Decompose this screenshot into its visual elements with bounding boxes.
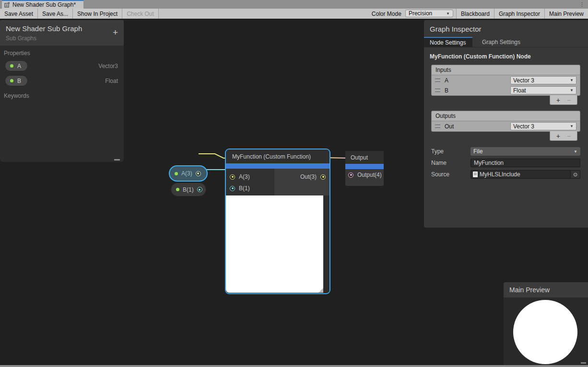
graph-inspector-panel[interactable]: Graph Inspector Node Settings Graph Sett…: [424, 20, 588, 228]
check-out-button: Check Out: [122, 9, 159, 19]
window-bottom-edge: [0, 365, 588, 367]
myfunction-output-label: Out(3): [300, 173, 317, 180]
inspector-tabs: Node Settings Graph Settings: [424, 37, 588, 47]
exposed-dot-icon: [10, 64, 13, 68]
drag-handle-icon[interactable]: [435, 89, 440, 92]
property-node-a[interactable]: A(3): [169, 165, 208, 182]
myfunction-node[interactable]: MyFunction (Custom Function) A(3) B(1) O…: [226, 149, 329, 293]
myfunction-preview-area: [226, 195, 329, 293]
name-field-row: Name MyFunction: [424, 157, 588, 169]
add-input-button[interactable]: +: [556, 96, 560, 104]
inputs-list: Inputs A Vector 3 ▼ B Float ▼: [431, 65, 580, 96]
inputs-list-footer: + −: [550, 95, 577, 105]
output-node-input-label: Output(4): [357, 172, 382, 178]
myfunction-input-port-b[interactable]: [230, 186, 235, 191]
drag-handle-icon[interactable]: [435, 125, 440, 128]
remove-input-button[interactable]: −: [567, 96, 571, 104]
blackboard-resize-handle[interactable]: [114, 159, 120, 161]
show-in-project-button[interactable]: Show In Project: [73, 9, 122, 19]
myfunction-node-title[interactable]: MyFunction (Custom Function): [226, 149, 329, 163]
tab-node-settings[interactable]: Node Settings: [424, 37, 472, 47]
property-b-output-port[interactable]: [197, 187, 202, 192]
type-dropdown[interactable]: File ▼: [470, 147, 580, 156]
blackboard-title: New Shader Sub Graph: [6, 24, 118, 33]
main-preview-resize-handle[interactable]: [581, 362, 586, 364]
myfunction-output-port[interactable]: [320, 174, 326, 180]
remove-output-button[interactable]: −: [567, 132, 571, 140]
type-field-row: Type File ▼: [424, 146, 588, 157]
tab-shader-sub-graph[interactable]: New Shader Sub Graph*: [2, 0, 83, 9]
function-name-input[interactable]: MyFunction: [470, 159, 580, 167]
preview-collapse-handle[interactable]: [318, 288, 323, 293]
myfunction-input-label-a: A(3): [239, 173, 250, 180]
outputs-list-footer: + −: [550, 131, 577, 141]
input-b-type-dropdown[interactable]: Float ▼: [510, 86, 576, 94]
main-preview-toggle-button[interactable]: Main Preview: [544, 9, 588, 19]
window-tab-strip: New Shader Sub Graph* ⋮: [0, 0, 588, 9]
exposed-dot-icon: [176, 188, 179, 191]
output-node-input-port[interactable]: [348, 172, 353, 178]
tab-graph-settings[interactable]: Graph Settings: [472, 37, 526, 47]
color-mode-dropdown[interactable]: Precision ▼: [405, 10, 453, 17]
input-row-a[interactable]: A Vector 3 ▼: [432, 75, 580, 85]
properties-section-label: Properties: [0, 46, 124, 58]
outputs-list: Outputs Out Vector 3 ▼: [431, 111, 580, 132]
chevron-down-icon: ▼: [570, 124, 574, 128]
property-pill-b[interactable]: B: [5, 75, 28, 86]
input-b-type-value: Float: [513, 87, 526, 94]
blackboard-toggle-button[interactable]: Blackboard: [456, 9, 494, 19]
source-object-field[interactable]: MyHLSLInclude ⊙: [470, 170, 580, 179]
property-type: Vector3: [98, 63, 118, 69]
input-a-type-dropdown[interactable]: Vector 3 ▼: [510, 76, 576, 84]
drag-handle-icon[interactable]: [435, 79, 440, 82]
output-node-title[interactable]: Output: [345, 151, 384, 164]
graph-inspector-toggle-button[interactable]: Graph Inspector: [494, 9, 544, 19]
blackboard-property-row[interactable]: A Vector3: [0, 58, 124, 73]
chevron-down-icon: ▼: [574, 149, 577, 154]
myfunction-input-column: A(3) B(1): [226, 169, 274, 195]
precision-color-bar: [345, 164, 384, 169]
property-pill-a[interactable]: A: [5, 60, 28, 71]
add-output-button[interactable]: +: [556, 132, 560, 140]
main-preview-panel[interactable]: Main Preview: [504, 282, 588, 365]
output-row-out[interactable]: Out Vector 3 ▼: [432, 121, 580, 131]
property-node-a-label: A(3): [181, 170, 192, 177]
selected-node-heading: MyFunction (Custom Function) Node: [424, 47, 588, 65]
blackboard-panel[interactable]: New Shader Sub Graph Sub Graphs + Proper…: [0, 20, 124, 162]
exposed-dot-icon: [10, 79, 13, 82]
property-node-b[interactable]: B(1): [171, 183, 206, 196]
name-label: Name: [431, 160, 470, 166]
blackboard-subtitle: Sub Graphs: [6, 35, 118, 42]
keywords-section-label: Keywords: [0, 88, 124, 101]
input-row-b[interactable]: B Float ▼: [432, 85, 580, 95]
blackboard-property-row[interactable]: B Float: [0, 73, 124, 88]
chevron-down-icon: ▼: [570, 78, 574, 82]
source-field-row: Source MyHLSLInclude ⊙: [424, 169, 588, 180]
toolbar-spacer: [159, 9, 368, 19]
myfunction-input-port-a[interactable]: [230, 174, 235, 180]
chevron-down-icon: ▼: [570, 88, 574, 92]
add-property-button[interactable]: +: [113, 28, 118, 37]
input-a-type-value: Vector 3: [513, 77, 534, 84]
object-picker-icon[interactable]: ⊙: [570, 171, 580, 178]
main-preview-body: [504, 298, 588, 365]
output-node[interactable]: Output Output(4): [345, 151, 384, 186]
window-menu-icon[interactable]: ⋮: [579, 1, 585, 8]
property-name: B: [17, 78, 21, 84]
tab-title: New Shader Sub Graph*: [12, 1, 76, 8]
toolbar: Save Asset Save As... Show In Project Ch…: [0, 9, 588, 19]
input-name: A: [445, 77, 510, 84]
type-value: File: [473, 148, 482, 155]
graph-inspector-title: Graph Inspector: [424, 20, 588, 37]
output-name: Out: [445, 123, 510, 130]
chevron-down-icon: ▼: [446, 11, 450, 16]
output-out-type-dropdown[interactable]: Vector 3 ▼: [510, 122, 576, 130]
property-a-output-port[interactable]: [196, 171, 201, 176]
output-out-type-value: Vector 3: [513, 123, 534, 130]
inputs-list-title: Inputs: [432, 65, 580, 75]
save-as-button[interactable]: Save As...: [38, 9, 73, 19]
myfunction-output-column: Out(3): [274, 169, 329, 195]
save-asset-button[interactable]: Save Asset: [0, 9, 38, 19]
source-label: Source: [431, 171, 470, 178]
shader-graph-asset-icon: [4, 2, 10, 8]
